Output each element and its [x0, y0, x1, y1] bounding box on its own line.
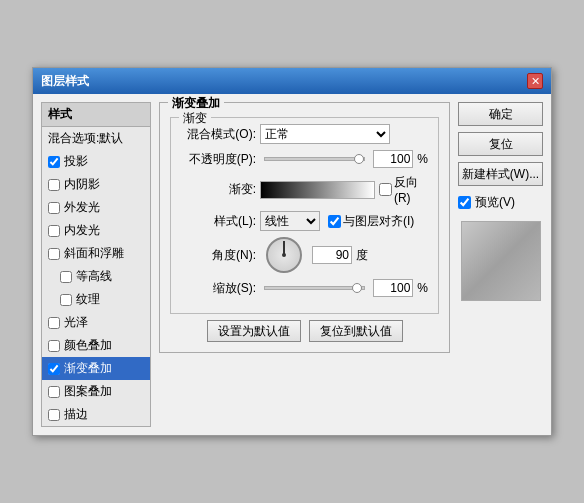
style-row: 样式(L): 线性 与图层对齐(I) [181, 211, 428, 231]
opacity-label: 不透明度(P): [181, 151, 256, 168]
opacity-input[interactable] [373, 150, 413, 168]
sidebar-checkbox-2[interactable] [48, 179, 60, 191]
sidebar-checkbox-1[interactable] [48, 156, 60, 168]
sidebar-checkbox-11[interactable] [48, 386, 60, 398]
sidebar: 样式 混合选项:默认投影内阴影外发光内发光斜面和浮雕等高线纹理光泽颜色叠加渐变叠… [41, 102, 151, 427]
sidebar-item-0[interactable]: 混合选项:默认 [42, 127, 150, 150]
sidebar-item-5[interactable]: 斜面和浮雕 [42, 242, 150, 265]
sidebar-item-6[interactable]: 等高线 [42, 265, 150, 288]
sidebar-item-12[interactable]: 描边 [42, 403, 150, 426]
inner-group-title: 渐变 [179, 110, 211, 127]
blend-mode-row: 混合模式(O): 正常 [181, 124, 428, 144]
scale-unit: % [417, 281, 428, 295]
bottom-buttons: 设置为默认值 复位到默认值 [170, 320, 439, 342]
reset-default-button[interactable]: 复位到默认值 [309, 320, 403, 342]
reset-button[interactable]: 复位 [458, 132, 543, 156]
inner-group-gradient: 渐变 混合模式(O): 正常 不透明度(P): [170, 117, 439, 314]
angle-dial-dot [282, 253, 286, 257]
sidebar-checkbox-8[interactable] [48, 317, 60, 329]
close-button[interactable]: ✕ [527, 73, 543, 89]
reverse-label: 反向(R) [394, 174, 428, 205]
scale-slider[interactable] [264, 286, 365, 290]
sidebar-item-10[interactable]: 渐变叠加 [42, 357, 150, 380]
blend-mode-label: 混合模式(O): [181, 126, 256, 143]
preview-checkbox[interactable] [458, 196, 471, 209]
dialog-title: 图层样式 [41, 73, 89, 90]
angle-input[interactable] [312, 246, 352, 264]
sidebar-checkbox-7[interactable] [60, 294, 72, 306]
new-style-button[interactable]: 新建样式(W)... [458, 162, 543, 186]
sidebar-checkbox-3[interactable] [48, 202, 60, 214]
reverse-wrap: 反向(R) [379, 174, 428, 205]
style-select[interactable]: 线性 [260, 211, 320, 231]
preview-label: 预览(V) [475, 194, 515, 211]
sidebar-checkbox-10[interactable] [48, 363, 60, 375]
sidebar-checkbox-12[interactable] [48, 409, 60, 421]
angle-row: 角度(N): 度 [181, 237, 428, 273]
layer-style-dialog: 图层样式 ✕ 样式 混合选项:默认投影内阴影外发光内发光斜面和浮雕等高线纹理光泽… [32, 67, 552, 436]
sidebar-item-7[interactable]: 纹理 [42, 288, 150, 311]
sidebar-checkbox-4[interactable] [48, 225, 60, 237]
scale-input[interactable] [373, 279, 413, 297]
preview-wrap: 预览(V) [458, 194, 543, 211]
reverse-checkbox[interactable] [379, 183, 392, 196]
dialog-body: 样式 混合选项:默认投影内阴影外发光内发光斜面和浮雕等高线纹理光泽颜色叠加渐变叠… [33, 94, 551, 435]
set-default-button[interactable]: 设置为默认值 [207, 320, 301, 342]
sidebar-item-2[interactable]: 内阴影 [42, 173, 150, 196]
angle-label: 角度(N): [181, 247, 256, 264]
sidebar-header: 样式 [42, 103, 150, 127]
sidebar-item-4[interactable]: 内发光 [42, 219, 150, 242]
ok-button[interactable]: 确定 [458, 102, 543, 126]
opacity-slider[interactable] [264, 157, 365, 161]
gradient-label: 渐变: [181, 181, 256, 198]
gradient-preview[interactable] [260, 181, 375, 199]
gradient-row: 渐变: 反向(R) [181, 174, 428, 205]
group-box-gradient-overlay: 渐变叠加 渐变 混合模式(O): 正常 不透明度(P): [159, 102, 450, 353]
opacity-row: 不透明度(P): % [181, 150, 428, 168]
angle-unit: 度 [356, 247, 368, 264]
sidebar-checkbox-6[interactable] [60, 271, 72, 283]
align-label: 与图层对齐(I) [343, 213, 414, 230]
opacity-unit: % [417, 152, 428, 166]
preview-box [461, 221, 541, 301]
sidebar-item-8[interactable]: 光泽 [42, 311, 150, 334]
sidebar-checkbox-9[interactable] [48, 340, 60, 352]
title-bar: 图层样式 ✕ [33, 68, 551, 94]
scale-row: 缩放(S): % [181, 279, 428, 297]
align-checkbox[interactable] [328, 215, 341, 228]
sidebar-item-3[interactable]: 外发光 [42, 196, 150, 219]
scale-label: 缩放(S): [181, 280, 256, 297]
sidebar-checkbox-5[interactable] [48, 248, 60, 260]
angle-dial[interactable] [266, 237, 302, 273]
sidebar-item-11[interactable]: 图案叠加 [42, 380, 150, 403]
right-panel: 确定 复位 新建样式(W)... 预览(V) [458, 102, 543, 427]
style-label: 样式(L): [181, 213, 256, 230]
main-content: 渐变叠加 渐变 混合模式(O): 正常 不透明度(P): [159, 102, 450, 427]
sidebar-item-1[interactable]: 投影 [42, 150, 150, 173]
align-wrap: 与图层对齐(I) [328, 213, 414, 230]
sidebar-item-9[interactable]: 颜色叠加 [42, 334, 150, 357]
blend-mode-select[interactable]: 正常 [260, 124, 390, 144]
